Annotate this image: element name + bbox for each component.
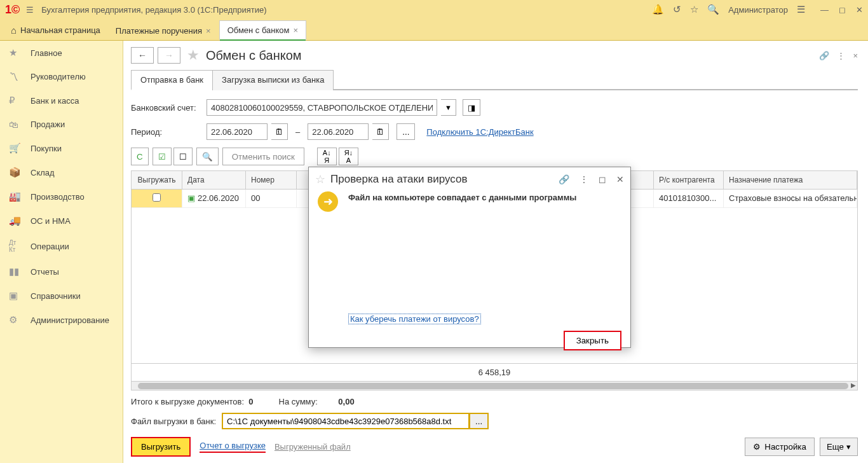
maximize-icon[interactable]: ◻ (599, 174, 606, 184)
row-checkbox[interactable] (153, 193, 161, 202)
close-icon[interactable]: ✕ (616, 174, 624, 184)
th-number[interactable]: Номер (246, 171, 297, 189)
chart-icon: 〽 (9, 71, 20, 82)
account-dropdown-button[interactable]: ▼ (441, 99, 456, 116)
box-icon: 📦 (9, 167, 20, 178)
kebab-icon[interactable]: ⋮ (580, 174, 588, 184)
home-icon: ⌂ (11, 25, 17, 36)
account-select[interactable] (207, 99, 437, 116)
browse-path-button[interactable]: ... (470, 413, 489, 429)
scroll-right-icon[interactable]: ▶ (851, 382, 856, 389)
search-icon[interactable]: 🔍 (707, 4, 719, 15)
factory-icon: 🏭 (9, 191, 20, 202)
calendar-icon[interactable]: 🗓 (372, 123, 389, 140)
tab-close-icon[interactable]: × (294, 25, 299, 35)
date-to-input[interactable] (308, 123, 369, 140)
sidebar-item-admin[interactable]: ⚙Администрирование (0, 308, 123, 332)
sort-desc-button[interactable]: Я↓А (339, 148, 358, 165)
bell-icon[interactable]: 🔔 (652, 4, 664, 15)
more-button[interactable]: Еще▾ (820, 438, 858, 456)
export-report-link[interactable]: Отчет о выгрузке (200, 441, 266, 453)
arrow-right-icon: ➜ (318, 191, 338, 212)
tab-payments[interactable]: Платежные поручения × (107, 21, 219, 40)
calendar-icon[interactable]: 🗓 (271, 123, 288, 140)
period-picker-button[interactable]: ... (397, 123, 415, 140)
exported-file-link[interactable]: Выгруженный файл (275, 442, 351, 452)
tab-home-label: Начальная страница (20, 25, 100, 35)
user-name[interactable]: Администратор (728, 5, 788, 15)
subtab-send[interactable]: Отправка в банк (131, 70, 213, 90)
sidebar-item-production[interactable]: 🏭Производство (0, 184, 123, 209)
bars-icon: ▮▮ (9, 266, 20, 277)
hamburger-icon[interactable]: ☰ (26, 5, 34, 15)
link-icon[interactable]: 🔗 (819, 51, 829, 60)
cancel-search-button[interactable]: Отменить поиск (222, 148, 304, 165)
filter-icon[interactable]: ☰ (797, 4, 805, 15)
truck-icon: 🚚 (9, 215, 20, 226)
nav-forward-button[interactable]: → (158, 47, 180, 64)
sidebar-item-catalogs[interactable]: ▣Справочники (0, 284, 123, 308)
horizontal-scrollbar[interactable]: ▶ (132, 381, 857, 390)
nav-back-button[interactable]: ← (131, 47, 154, 64)
docs-count-label: Итого к выгрузке документов: (131, 397, 244, 406)
dialog-close-button[interactable]: Закрыть (564, 331, 621, 350)
directbank-link[interactable]: Подключить 1С:ДиректБанк (426, 127, 533, 137)
app-title: Бухгалтерия предприятия, редакция 3.0 (1… (41, 5, 266, 15)
minimize-button[interactable]: — (820, 5, 829, 15)
th-purpose[interactable]: Назначение платежа (724, 171, 857, 189)
sidebar-item-operations[interactable]: ДтКтОперации (0, 233, 123, 259)
help-link[interactable]: Как уберечь платежи от вирусов? (348, 314, 481, 324)
star-icon[interactable]: ☆ (690, 4, 698, 15)
close-panel-icon[interactable]: × (853, 51, 858, 60)
sum-label: На сумму: (279, 397, 318, 406)
uncheck-all-button[interactable]: ☐ (173, 148, 193, 165)
sidebar-item-reports[interactable]: ▮▮Отчеты (0, 259, 123, 284)
refresh-button[interactable]: C (131, 148, 149, 165)
sum-value: 0,00 (338, 397, 354, 406)
period-label: Период: (131, 127, 203, 137)
ops-icon: ДтКт (9, 239, 20, 253)
tab-close-icon[interactable]: × (206, 26, 211, 36)
sidebar-item-main[interactable]: ★Главное (0, 41, 123, 65)
link-icon[interactable]: 🔗 (559, 174, 569, 184)
find-button[interactable]: 🔍 (196, 148, 219, 165)
export-button[interactable]: Выгрузить (131, 437, 191, 457)
history-icon[interactable]: ↺ (673, 4, 681, 15)
books-icon: ▣ (9, 290, 20, 301)
subtab-load[interactable]: Загрузка выписки из банка (212, 70, 334, 90)
page-title: Обмен с банком (206, 48, 302, 63)
sidebar-item-sales[interactable]: 🛍Продажи (0, 113, 123, 136)
gear-icon: ⚙ (9, 314, 20, 326)
sidebar-item-assets[interactable]: 🚚ОС и НМА (0, 209, 123, 233)
tab-home[interactable]: ⌂ Начальная страница (4, 20, 107, 40)
th-account[interactable]: Р/с контрагента (654, 171, 724, 189)
settings-button[interactable]: ⚙Настройка (745, 438, 815, 456)
sort-asc-button[interactable]: А↓Я (317, 148, 337, 165)
favorite-star-icon[interactable]: ☆ (315, 172, 325, 186)
maximize-button[interactable]: ◻ (839, 5, 846, 15)
sidebar-item-manager[interactable]: 〽Руководителю (0, 65, 123, 88)
check-all-button[interactable]: ☑ (153, 148, 172, 165)
chevron-down-icon: ▾ (846, 442, 851, 452)
account-open-button[interactable]: ◨ (463, 99, 480, 116)
export-path-label: Файл выгрузки в банк: (131, 417, 222, 426)
export-path-input[interactable] (222, 413, 470, 429)
totals-row: 6 458,19 (132, 363, 857, 381)
star-icon: ★ (9, 47, 20, 59)
sidebar-item-purchases[interactable]: 🛒Покупки (0, 136, 123, 160)
date-from-input[interactable] (207, 123, 268, 140)
scrollbar-thumb[interactable] (138, 383, 848, 389)
tab-bank-exchange[interactable]: Обмен с банком × (219, 20, 307, 40)
sidebar-item-warehouse[interactable]: 📦Склад (0, 160, 123, 184)
logo-1c: 1© (5, 3, 20, 17)
virus-check-dialog: ☆ Проверка на атаки вирусов 🔗 ⋮ ◻ ✕ ➜ Фа… (308, 167, 631, 348)
tab-payments-label: Платежные поручения (116, 26, 202, 36)
sidebar-item-bank[interactable]: ₽Банк и касса (0, 88, 123, 113)
dialog-title: Проверка на атаки вирусов (330, 173, 548, 186)
cart-icon: 🛒 (9, 142, 20, 154)
th-date[interactable]: Дата (182, 171, 246, 189)
close-window-button[interactable]: ✕ (856, 5, 863, 15)
th-export[interactable]: Выгружать (132, 171, 182, 189)
favorite-star-icon[interactable]: ★ (187, 47, 200, 64)
kebab-icon[interactable]: ⋮ (837, 51, 845, 60)
